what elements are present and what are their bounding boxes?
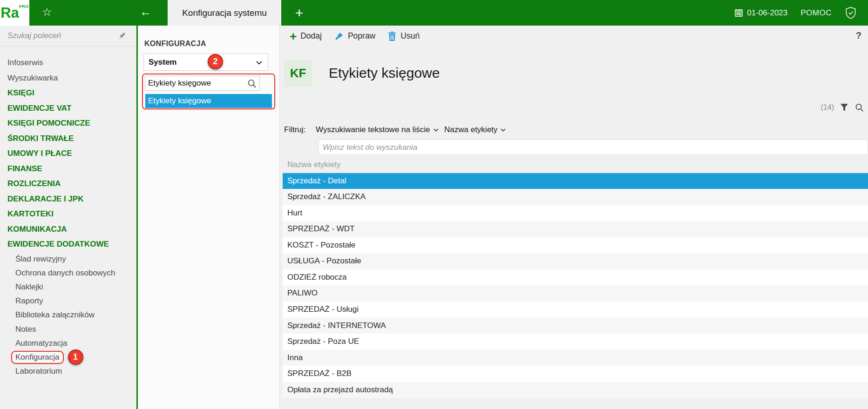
sidebar-item-ewidencje-vat[interactable]: EWIDENCJE VAT: [0, 101, 136, 116]
plus-icon: +: [290, 32, 297, 41]
help-button[interactable]: ?: [856, 30, 861, 41]
table-row[interactable]: Sprzedaż - Detal: [283, 173, 868, 189]
sidebar-menu: InfoserwisWyszukiwarkaKSIĘGIEWIDENCJE VA…: [0, 47, 136, 378]
add-button[interactable]: + Dodaj: [290, 31, 322, 41]
chevron-down-icon: [256, 61, 262, 65]
table-body: Sprzedaż - DetalSprzedaż - ZALICZKAHurtS…: [283, 173, 868, 398]
application-window: RaPRO ☆ ← Konfiguracja systemu + 01-06-2…: [0, 0, 868, 409]
sidebar-item-umowy-i-płace[interactable]: UMOWY I PŁACE: [0, 146, 136, 161]
tab-konfiguracja-systemu[interactable]: Konfiguracja systemu: [168, 0, 281, 26]
sidebar-item-finanse[interactable]: FINANSE: [0, 161, 136, 177]
chevron-down-icon: [434, 128, 439, 132]
edit-button[interactable]: Popraw: [334, 31, 375, 41]
search-icon[interactable]: [247, 79, 257, 89]
sidebar-item-biblioteka-załączników[interactable]: Biblioteka załączników: [0, 308, 136, 322]
delete-button-label: Usuń: [400, 31, 420, 41]
new-tab-button[interactable]: +: [281, 0, 317, 26]
back-arrow-icon[interactable]: ←: [140, 5, 152, 19]
configuration-panel: KONFIGURACJA System 2 Etykiety księgowe: [138, 26, 280, 409]
sidebar-item-wyszukiwarka[interactable]: Wyszukiwarka: [0, 71, 136, 86]
filter-mode-value: Wyszukiwanie tekstowe na liście: [316, 125, 430, 134]
table-row[interactable]: SPRZEDAŻ - Usługi: [283, 302, 868, 318]
sidebar-item-raporty[interactable]: Raporty: [0, 294, 136, 308]
table-row[interactable]: Inna: [283, 350, 868, 366]
topbar-right-cluster: 01-06-2023 POMOC: [734, 0, 857, 26]
table-row[interactable]: Sprzedaż - Poza UE: [283, 334, 868, 350]
sidebar-item-księgi-pomocnicze[interactable]: KSIĘGI POMOCNICZE: [0, 116, 136, 131]
table-row[interactable]: SPRZEDAŻ - WDT: [283, 221, 868, 237]
logo-ra: Ra: [0, 5, 19, 21]
sidebar-item-ochrona-danych-osobowych[interactable]: Ochrona danych osobowych: [0, 266, 136, 280]
config-search-box: [145, 76, 260, 91]
module-badge-kf: KF: [284, 60, 312, 87]
panel-title: KONFIGURACJA: [144, 40, 206, 48]
command-search-input[interactable]: [0, 26, 136, 46]
pin-icon[interactable]: [118, 32, 126, 40]
chevron-down-icon: [501, 128, 506, 132]
record-count: (14): [821, 103, 834, 112]
calendar-icon: [734, 8, 743, 17]
favorites-star-icon[interactable]: ☆: [42, 6, 52, 19]
table-row[interactable]: SPRZEDAŻ - B2B: [283, 366, 868, 382]
table-row[interactable]: Hurt: [283, 205, 868, 221]
table-row[interactable]: KOSZT - Pozostałe: [283, 237, 868, 254]
table-row[interactable]: Sprzedaż - ZALICZKA: [283, 189, 868, 205]
logo-text: RaPRO: [0, 6, 29, 20]
add-button-label: Dodaj: [300, 31, 322, 41]
delete-button[interactable]: Usuń: [387, 31, 420, 41]
list-tools: (14): [821, 100, 864, 115]
trash-icon: [387, 31, 397, 41]
sidebar: InfoserwisWyszukiwarkaKSIĘGIEWIDENCJE VA…: [0, 26, 136, 409]
sidebar-item-kartoteki[interactable]: KARTOTEKI: [0, 207, 136, 222]
config-search-input[interactable]: [145, 76, 259, 90]
sidebar-item-naklejki[interactable]: Naklejki: [0, 280, 136, 294]
sidebar-item-infoserwis[interactable]: Infoserwis: [0, 55, 136, 71]
shield-check-icon[interactable]: [845, 7, 857, 20]
sidebar-item-konfiguracja[interactable]: Konfiguracja1: [0, 350, 136, 364]
filter-column-value: Nazwa etykiety: [444, 125, 497, 134]
annotation-badge-2: 2: [208, 54, 223, 69]
sidebar-item-komunikacja[interactable]: KOMUNIKACJA: [0, 222, 136, 237]
config-search-result-item[interactable]: Etykiety księgowe: [145, 94, 272, 108]
filter-column-dropdown[interactable]: Nazwa etykiety: [444, 125, 506, 134]
sidebar-item-notes[interactable]: Notes: [0, 322, 136, 336]
table-row[interactable]: Opłata za przejazd autostradą: [283, 382, 868, 398]
search-icon[interactable]: [854, 103, 864, 113]
filter-label: Filtruj:: [284, 125, 305, 134]
command-search: [0, 26, 136, 47]
sidebar-item-ślad-rewizyjny[interactable]: Ślad rewizyjny: [0, 252, 136, 266]
dropdown-selected-value: System: [149, 54, 176, 70]
annotation-badge-1: 1: [68, 349, 83, 365]
config-category-dropdown[interactable]: System 2: [143, 54, 268, 71]
filter-mode-dropdown[interactable]: Wyszukiwanie tekstowe na liście: [316, 125, 439, 134]
filter-text-box: [319, 140, 868, 155]
filter-bar: Filtruj: Wyszukiwanie tekstowe na liście…: [280, 124, 868, 137]
sidebar-item-deklaracje-i-jpk[interactable]: DEKLARACJE I JPK: [0, 192, 136, 207]
toolbar: + Dodaj Popraw Usuń: [280, 26, 868, 47]
logo-pro: PRO: [19, 4, 29, 9]
annotation-outline-konfiguracja: Konfiguracja: [11, 351, 64, 364]
table-row[interactable]: USŁUGA - Pozostałe: [283, 253, 868, 269]
main-content: + Dodaj Popraw Usuń ? KF Etykiety księgo…: [280, 26, 868, 409]
top-bar: RaPRO ☆ ← Konfiguracja systemu + 01-06-2…: [0, 0, 868, 26]
current-date: 01-06-2023: [747, 8, 787, 18]
sidebar-item-automatyzacja[interactable]: Automatyzacja: [0, 336, 136, 350]
table-row[interactable]: ODZIEŻ robocza: [283, 269, 868, 286]
table-row[interactable]: PALIWO: [283, 285, 868, 302]
app-logo[interactable]: RaPRO: [0, 0, 29, 26]
brush-icon: [334, 31, 344, 41]
help-menu[interactable]: POMOC: [800, 8, 832, 18]
table-header[interactable]: Nazwa etykiety: [283, 157, 868, 173]
table-row[interactable]: Sprzedaż - INTERNETOWA: [283, 318, 868, 334]
sidebar-item-środki-trwałe[interactable]: ŚRODKI TRWAŁE: [0, 131, 136, 147]
filter-text-input[interactable]: [319, 140, 868, 154]
filter-funnel-icon[interactable]: [840, 103, 849, 112]
sidebar-item-laboratorium[interactable]: Laboratorium: [0, 364, 136, 378]
sidebar-item-rozliczenia[interactable]: ROZLICZENIA: [0, 176, 136, 192]
page-title: Etykiety księgowe: [329, 65, 440, 81]
sidebar-item-ewidencje-dodatkowe[interactable]: EWIDENCJE DODATKOWE: [0, 237, 136, 252]
edit-button-label: Popraw: [348, 31, 375, 41]
date-picker[interactable]: 01-06-2023: [734, 8, 787, 18]
sidebar-item-księgi[interactable]: KSIĘGI: [0, 86, 136, 101]
